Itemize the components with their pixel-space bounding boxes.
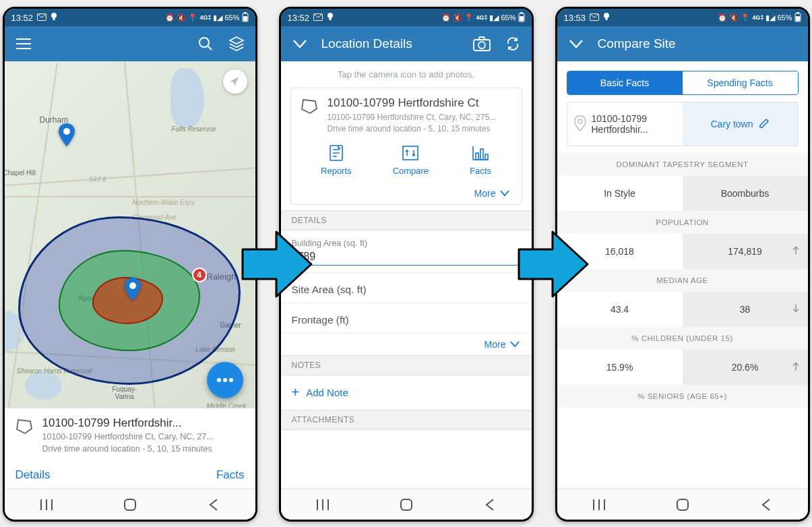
more-expand[interactable]: More	[301, 183, 512, 204]
map-label-falls: Falls Reservoir	[172, 125, 217, 133]
network-icon: 4G‡	[476, 14, 487, 21]
location-icon: 📍	[741, 13, 750, 22]
field-frontage[interactable]: Frontage (ft)	[281, 303, 532, 334]
svg-rect-23	[476, 153, 478, 160]
compare-button[interactable]: Compare	[393, 144, 429, 176]
map-scale: 543 ft	[90, 176, 106, 183]
tab-spending-facts[interactable]: Spending Facts	[683, 71, 798, 94]
refresh-button[interactable]	[503, 36, 522, 51]
svg-point-14	[327, 13, 333, 18]
back-button[interactable]	[749, 499, 783, 511]
svg-point-11	[229, 378, 233, 382]
phone-screen-2: 13:52 ⏰ 🔇 📍 4G‡ ▮◢ 65% Location Details …	[279, 7, 534, 522]
map-pin-primary[interactable]	[125, 276, 141, 299]
reports-button[interactable]: Reports	[321, 144, 352, 176]
status-bar: 13:52 ⏰ 🔇 📍 4G‡ ▮◢ 65%	[281, 9, 532, 26]
section-attachments: ATTACHMENTS	[281, 410, 532, 430]
location-title: 10100-10799 Hertfordshire Ct	[327, 96, 497, 110]
cluster-badge[interactable]: 4	[192, 268, 207, 282]
details-button[interactable]: Details	[15, 468, 51, 482]
bulb-icon	[51, 12, 57, 23]
location-icon: 📍	[464, 13, 474, 22]
search-button[interactable]	[196, 36, 215, 51]
menu-button[interactable]	[14, 38, 33, 49]
mail-icon	[590, 13, 599, 23]
recents-button[interactable]	[306, 499, 340, 510]
compare-section-label: % CHILDREN (UNDER 15)	[557, 327, 808, 350]
home-button[interactable]	[389, 498, 423, 512]
mail-icon	[313, 13, 323, 23]
location-header-card: 10100-10799 Hertfordshire Ct 10100-10799…	[290, 88, 522, 205]
app-bar: Location Details	[281, 26, 532, 61]
camera-hint: Tap the camera icon to add photos.	[281, 61, 532, 88]
trend-up-icon	[792, 246, 800, 257]
camera-button[interactable]	[472, 36, 491, 51]
compare-value-right: 20.6%	[683, 350, 808, 385]
android-nav-bar	[5, 489, 255, 520]
alarm-icon: ⏰	[165, 13, 175, 22]
layers-button[interactable]	[227, 36, 246, 51]
compare-section-label: DOMINANT TAPESTRY SEGMENT	[557, 153, 808, 176]
compare-data-row: 15.9%20.6%	[557, 350, 808, 385]
svg-rect-22	[403, 146, 418, 160]
collapse-button[interactable]	[290, 39, 309, 49]
compare-icon	[402, 144, 419, 162]
page-title: Location Details	[321, 36, 460, 51]
svg-rect-32	[796, 16, 800, 21]
back-button[interactable]	[197, 499, 230, 511]
svg-point-20	[478, 42, 485, 49]
compare-geography-cell[interactable]: Cary town	[683, 102, 798, 146]
svg-point-9	[217, 378, 221, 382]
edit-icon	[759, 118, 770, 131]
map-canvas[interactable]: Durham Raleigh Apex Garner Chapel Hill F…	[5, 61, 255, 408]
mail-icon	[37, 13, 46, 23]
phone-screen-1: 13:52 ⏰ 🔇 📍 4G‡ ▮◢ 65%	[3, 7, 257, 522]
location-summary-card: 10100-10799 Hertfordshir... 10100-10799 …	[5, 408, 255, 489]
alarm-icon: ⏰	[718, 13, 727, 22]
status-bar: 13:53 ⏰ 🔇 📍 4G‡ ▮◢ 65%	[557, 9, 808, 26]
svg-rect-24	[480, 149, 483, 160]
signal-icon: ▮◢	[766, 13, 775, 22]
recents-button[interactable]	[582, 499, 616, 510]
road-label-expy: Northern-Wake Expy	[133, 199, 195, 206]
locate-me-button[interactable]	[223, 69, 247, 94]
field-building-area[interactable]: Building Area (sq. ft)	[281, 230, 532, 273]
compare-section-label: % SENIORS (AGE 65+)	[557, 385, 808, 408]
svg-rect-2	[53, 18, 55, 20]
segment-tabs: Basic Facts Spending Facts	[567, 71, 799, 95]
polygon-icon	[15, 416, 34, 437]
field-site-area[interactable]: Site Area (sq. ft)	[281, 273, 532, 303]
svg-rect-4	[244, 12, 247, 13]
building-area-input[interactable]	[292, 251, 521, 266]
app-bar: Compare Site	[557, 26, 808, 61]
more-actions-fab[interactable]	[207, 362, 243, 398]
signal-icon: ▮◢	[489, 13, 499, 22]
compare-section-label: POPULATION	[557, 211, 808, 234]
facts-button[interactable]: Facts	[470, 144, 491, 176]
back-button[interactable]	[473, 499, 507, 511]
map-pin-secondary[interactable]	[59, 123, 75, 146]
chevron-down-icon	[500, 190, 509, 197]
vibrate-icon: 🔇	[729, 13, 739, 22]
network-icon: 4G‡	[752, 14, 763, 21]
collapse-button[interactable]	[567, 39, 586, 49]
add-note-button[interactable]: + Add Note	[281, 375, 532, 410]
recents-button[interactable]	[30, 499, 63, 510]
pin-outline-icon	[574, 115, 586, 133]
svg-rect-31	[797, 12, 799, 13]
more-fields-expand[interactable]: More	[281, 334, 532, 355]
status-bar: 13:52 ⏰ 🔇 📍 4G‡ ▮◢ 65%	[5, 9, 255, 26]
facts-button[interactable]: Facts	[216, 468, 245, 482]
battery-text: 65%	[224, 13, 239, 22]
svg-rect-25	[485, 154, 488, 160]
compare-header-row: 10100-10799 Hertfordshir... Cary town	[567, 102, 799, 146]
compare-value-right: Boomburbs	[683, 176, 808, 211]
compare-data-row: In StyleBoomburbs	[557, 176, 808, 211]
clock: 13:52	[288, 13, 310, 23]
android-nav-bar	[281, 489, 532, 520]
home-button[interactable]	[666, 498, 699, 512]
tab-basic-facts[interactable]: Basic Facts	[567, 71, 683, 94]
svg-point-7	[63, 128, 70, 135]
bulb-icon	[327, 12, 334, 23]
home-button[interactable]	[113, 498, 147, 512]
